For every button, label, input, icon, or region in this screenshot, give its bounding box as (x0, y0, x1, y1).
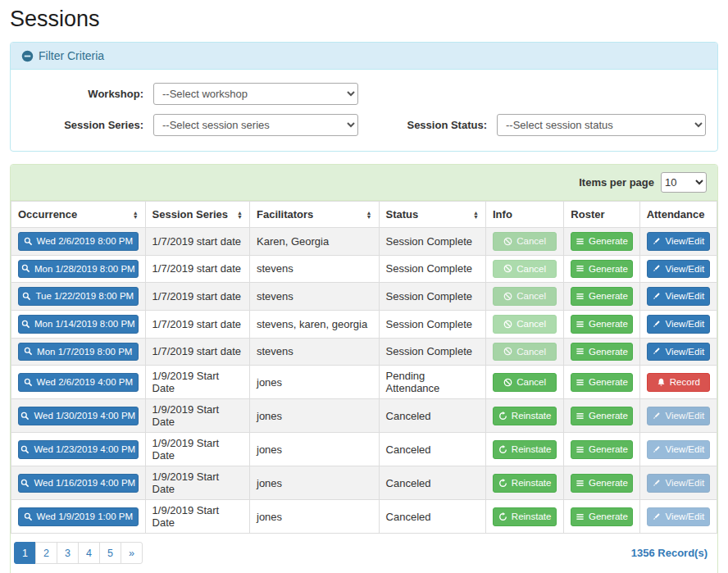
occurrence-button[interactable]: Tue 1/22/2019 8:00 PM (18, 287, 139, 306)
record-button-label: Record (670, 377, 700, 388)
pencil-icon (652, 347, 661, 356)
column-label: Status (386, 208, 419, 221)
generate-button-label: Generate (589, 264, 628, 275)
session-series-cell: 1/7/2019 start date (152, 318, 241, 330)
pagination-next-button[interactable]: » (121, 542, 143, 564)
generate-button-label: Generate (589, 347, 628, 357)
status-cell: Session Complete (386, 318, 473, 330)
session-status-label: Session Status: (358, 119, 497, 131)
cancel-button[interactable]: Cancel (493, 373, 557, 392)
filter-panel-title: Filter Criteria (39, 49, 104, 62)
facilitators-cell: stevens (257, 262, 293, 275)
facilitators-cell: Karen, Georgia (257, 235, 329, 248)
collapse-minus-icon[interactable] (21, 50, 34, 62)
facilitators-cell: stevens (257, 290, 293, 302)
record-button[interactable]: Record (647, 373, 710, 392)
generate-button[interactable]: Generate (571, 315, 632, 334)
column-header-occurrence[interactable]: Occurrence▲▼ (11, 202, 146, 228)
column-header-facilitators[interactable]: Facilitators▲▼ (250, 202, 380, 228)
view-edit-button[interactable]: View/Edit (647, 232, 710, 251)
generate-button-label: Generate (589, 377, 628, 388)
column-label: Info (493, 208, 512, 221)
column-header-roster: Roster (564, 202, 639, 228)
generate-button[interactable]: Generate (571, 343, 632, 362)
page-button-1[interactable]: 1 (14, 542, 36, 564)
generate-button[interactable]: Generate (571, 440, 632, 459)
view-edit-button[interactable]: View/Edit (647, 260, 710, 279)
sessions-panel-header: Items per page 10 (11, 165, 717, 201)
reinstate-button[interactable]: Reinstate (493, 440, 557, 459)
page-button-3[interactable]: 3 (57, 542, 79, 564)
search-icon (20, 479, 30, 488)
facilitators-cell: jones (257, 477, 282, 489)
occurrence-button[interactable]: Wed 2/6/2019 8:00 PM (18, 232, 139, 251)
facilitators-cell: jones (257, 410, 282, 422)
session-row: Wed 1/23/2019 4:00 PM1/9/2019 Start Date… (11, 433, 717, 466)
sessions-table-body: Wed 2/6/2019 8:00 PM1/7/2019 start dateK… (11, 228, 717, 534)
undo-icon (498, 512, 507, 521)
generate-button[interactable]: Generate (571, 260, 632, 279)
occurrence-button-label: Wed 1/16/2019 4:00 PM (34, 478, 135, 489)
status-cell: Session Complete (386, 290, 473, 302)
sessions-panel: Items per page 10 Occurrence▲▼Session Se… (10, 164, 718, 573)
generate-button[interactable]: Generate (571, 507, 632, 526)
column-header-status[interactable]: Status▲▼ (379, 202, 485, 228)
sort-icon[interactable]: ▲▼ (473, 211, 479, 219)
pencil-icon (652, 320, 661, 329)
view-edit-button: View/Edit (647, 474, 710, 493)
reinstate-button[interactable]: Reinstate (493, 474, 557, 493)
occurrence-button[interactable]: Wed 1/16/2019 4:00 PM (18, 474, 139, 493)
search-icon (21, 264, 30, 273)
page-button-5[interactable]: 5 (99, 542, 121, 564)
sort-icon[interactable]: ▲▼ (133, 211, 139, 219)
search-icon (20, 412, 30, 421)
occurrence-button-label: Mon 1/7/2019 8:00 PM (37, 347, 132, 357)
view-edit-button-label: View/Edit (665, 512, 704, 522)
page-button-2[interactable]: 2 (35, 542, 57, 564)
session-status-select[interactable]: --Select session status (497, 114, 706, 136)
sort-icon[interactable]: ▲▼ (366, 211, 372, 219)
view-edit-button-label: View/Edit (665, 264, 704, 275)
generate-button[interactable]: Generate (571, 373, 632, 392)
filter-panel-header[interactable]: Filter Criteria (11, 43, 717, 70)
occurrence-button[interactable]: Mon 1/28/2019 8:00 PM (18, 260, 139, 279)
generate-button[interactable]: Generate (571, 474, 632, 493)
cancel-button: Cancel (493, 232, 557, 251)
occurrence-button[interactable]: Wed 2/6/2019 4:00 PM (18, 373, 139, 392)
reinstate-button[interactable]: Reinstate (493, 407, 557, 425)
generate-button[interactable]: Generate (571, 407, 632, 425)
status-cell: Canceled (386, 410, 431, 422)
occurrence-button[interactable]: Mon 1/14/2019 8:00 PM (18, 315, 139, 334)
session-series-cell: 1/7/2019 start date (152, 345, 241, 357)
column-header-session-series[interactable]: Session Series▲▼ (145, 202, 249, 228)
generate-button[interactable]: Generate (571, 287, 632, 306)
view-edit-button[interactable]: View/Edit (647, 315, 710, 334)
occurrence-button[interactable]: Wed 1/23/2019 4:00 PM (18, 440, 139, 459)
session-series-cell: 1/7/2019 start date (152, 290, 241, 302)
items-per-page-select[interactable]: 10 (661, 172, 707, 193)
workshop-select[interactable]: --Select workshop (153, 83, 358, 105)
sort-icon[interactable]: ▲▼ (237, 211, 243, 219)
filter-panel: Filter Criteria Workshop: --Select works… (10, 42, 718, 152)
occurrence-button[interactable]: Wed 1/30/2019 4:00 PM (18, 407, 139, 425)
occurrence-button[interactable]: Mon 1/7/2019 8:00 PM (18, 343, 139, 362)
pencil-icon (652, 412, 661, 421)
session-series-cell: 1/7/2019 start date (152, 235, 241, 248)
view-edit-button-label: View/Edit (665, 236, 704, 247)
reinstate-button-label: Reinstate (512, 512, 552, 522)
filter-panel-body: Workshop: --Select workshop Session Seri… (11, 70, 717, 151)
reinstate-button[interactable]: Reinstate (493, 507, 557, 526)
session-row: Wed 1/9/2019 1:00 PM1/9/2019 Start Datej… (11, 500, 717, 534)
session-series-select[interactable]: --Select session series (153, 114, 358, 136)
table-footer: 12345» 1356 Record(s) (11, 534, 717, 573)
occurrence-button[interactable]: Wed 1/9/2019 1:00 PM (18, 507, 139, 526)
bars-icon (576, 378, 585, 387)
facilitators-cell: stevens (257, 345, 293, 357)
view-edit-button[interactable]: View/Edit (647, 343, 710, 362)
generate-button[interactable]: Generate (571, 232, 632, 251)
view-edit-button[interactable]: View/Edit (647, 287, 710, 306)
reinstate-button-label: Reinstate (512, 478, 552, 489)
session-series-cell: 1/9/2019 Start Date (152, 437, 220, 462)
page-button-4[interactable]: 4 (78, 542, 100, 564)
bars-icon (576, 292, 585, 301)
